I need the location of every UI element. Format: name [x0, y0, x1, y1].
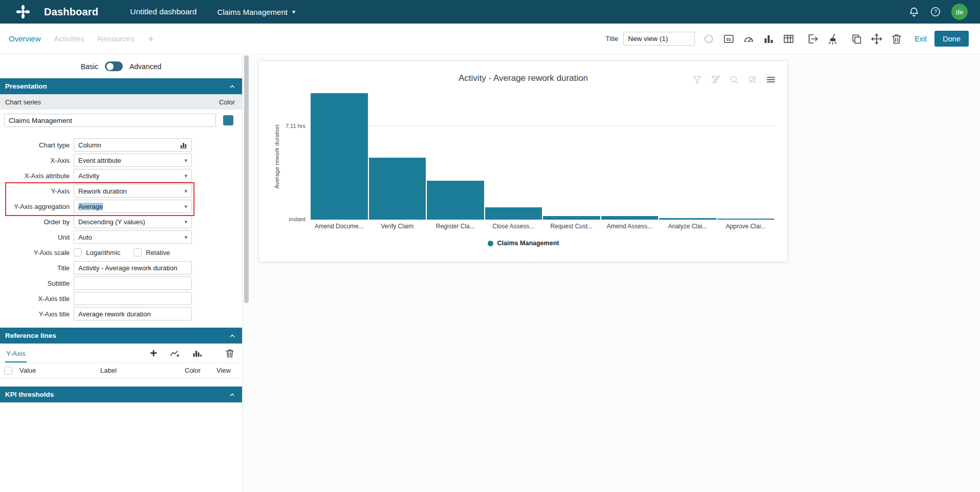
reference-tab-y-axis[interactable]: Y-Axis — [5, 345, 27, 362]
chevron-down-icon: ▾ — [184, 157, 187, 164]
basic-advanced-toggle[interactable] — [105, 61, 123, 71]
subtitle-label: Subtitle — [4, 280, 70, 287]
panel-scrollbar-track[interactable] — [242, 54, 250, 491]
add-percentile-line-icon[interactable] — [192, 348, 202, 358]
chevron-up-icon — [229, 391, 236, 398]
view-title-label: Title — [605, 35, 618, 42]
bar[interactable] — [543, 216, 600, 220]
bar-column — [369, 93, 426, 220]
bar[interactable] — [717, 219, 775, 220]
relative-checkbox[interactable] — [134, 248, 142, 256]
chart-series-header-row: Chart series Color — [0, 94, 242, 110]
top-navigation-bar: Dashboard Untitled dashboard Claims Mana… — [0, 0, 980, 24]
help-icon[interactable]: ? — [930, 6, 941, 17]
x-axis-label: Close Assess... — [485, 223, 542, 230]
clear-view-broom-icon[interactable] — [826, 33, 839, 45]
bar[interactable] — [369, 158, 426, 220]
bar-column — [311, 93, 368, 220]
done-button[interactable]: Done — [934, 31, 969, 47]
move-view-icon[interactable] — [870, 33, 883, 45]
x-axis-select[interactable]: Event attribute ▾ — [74, 154, 192, 167]
tab-activities[interactable]: Activities — [53, 32, 85, 45]
select-all-checkbox[interactable] — [4, 367, 12, 375]
y-axis-title-input[interactable] — [74, 307, 192, 320]
x-axis-label: Request Cust... — [543, 223, 600, 230]
basic-mode-label: Basic — [81, 62, 98, 71]
chart-title-input[interactable] — [74, 261, 192, 274]
x-axis-attribute-label: X-Axis attribute — [4, 172, 70, 180]
bar-chart-widget-icon[interactable] — [763, 33, 775, 45]
dashboard-canvas: Activity - Average rework duration — [250, 54, 980, 491]
filter-icon[interactable] — [692, 74, 703, 85]
unit-select[interactable]: Auto ▾ — [74, 230, 192, 244]
view-title-input[interactable] — [623, 32, 695, 46]
logarithmic-checkbox[interactable] — [74, 248, 82, 256]
order-by-select[interactable]: Descending (Y values) ▾ — [74, 215, 192, 228]
kpi-number-widget-icon[interactable]: 01 — [723, 33, 735, 45]
notifications-bell-icon[interactable] — [908, 6, 920, 17]
series-color-swatch[interactable] — [223, 115, 233, 125]
x-axis-label: Amend Assess... — [601, 223, 659, 230]
bar[interactable] — [427, 181, 484, 220]
chart-plot-region: Average rework duration 7.11 hrs instant… — [311, 93, 774, 220]
y-axis-label: Y-Axis — [4, 187, 70, 195]
gauge-widget-icon[interactable] — [743, 33, 755, 45]
tab-overview[interactable]: Overview — [8, 32, 42, 45]
panel-scrollbar-thumb[interactable] — [244, 55, 249, 303]
chart-type-select[interactable]: Column — [74, 138, 192, 152]
y-axis-aggregation-select[interactable]: Average ▾ — [74, 200, 192, 213]
bar[interactable] — [311, 93, 368, 220]
avatar[interactable]: de — [951, 4, 968, 20]
chart-legend[interactable]: Claims Management — [259, 240, 788, 247]
add-trend-line-icon[interactable] — [169, 348, 180, 358]
exit-link[interactable]: Exit — [914, 35, 927, 43]
table-widget-icon[interactable] — [782, 33, 795, 45]
x-axis-title-input[interactable] — [74, 292, 192, 305]
series-row — [0, 110, 242, 127]
y-axis-title-label: Y-Axis title — [4, 310, 70, 318]
chart-widget[interactable]: Activity - Average rework duration — [258, 60, 788, 262]
toggle-knob — [106, 63, 114, 70]
column-header-value: Value — [19, 367, 100, 374]
bar-column — [485, 93, 542, 220]
reset-zoom-icon[interactable] — [747, 74, 758, 85]
series-name-input[interactable] — [4, 114, 216, 127]
add-tab-button[interactable]: + — [147, 33, 154, 45]
x-axis-attribute-select[interactable]: Activity ▾ — [74, 169, 192, 182]
view-toolbar: Overview Activities Resources + Title 01 — [0, 24, 980, 54]
data-model-selector[interactable]: Claims Management ▾ — [217, 8, 295, 16]
dashboard-name[interactable]: Untitled dashboard — [130, 7, 197, 16]
presentation-form: Chart type Column X-Axis Event attribute… — [0, 134, 242, 322]
bar[interactable] — [659, 218, 716, 220]
y-axis-select[interactable]: Rework duration ▾ — [74, 184, 192, 198]
chart-type-label: Chart type — [4, 141, 70, 149]
delete-reference-line-icon[interactable] — [225, 348, 235, 358]
radial-gauge-widget-icon[interactable] — [703, 33, 715, 45]
y-axis-title: Average rework duration — [273, 93, 281, 220]
y-tick-min: instant — [289, 216, 306, 222]
relative-label: Relative — [146, 249, 170, 256]
section-kpi-thresholds[interactable]: KPI thresholds — [0, 387, 242, 402]
chart-menu-icon[interactable] — [766, 74, 776, 85]
x-axis-label: Analyze Clai... — [659, 223, 716, 230]
reference-lines-tabbar: Y-Axis + — [0, 344, 242, 363]
chevron-down-icon: ▾ — [292, 8, 295, 15]
clear-filter-icon[interactable] — [710, 74, 721, 85]
section-presentation[interactable]: Presentation — [0, 78, 242, 94]
section-reference-lines[interactable]: Reference lines — [0, 328, 242, 344]
order-by-label: Order by — [4, 218, 70, 226]
advanced-mode-label: Advanced — [129, 62, 161, 71]
duplicate-view-icon[interactable] — [851, 33, 863, 45]
add-reference-line-icon[interactable]: + — [150, 348, 157, 358]
y-tick-max: 7.11 hrs — [286, 123, 306, 129]
tab-resources[interactable]: Resources — [97, 32, 136, 45]
bar[interactable] — [485, 207, 542, 220]
bar-column — [543, 93, 600, 220]
export-view-icon[interactable] — [807, 33, 819, 45]
delete-view-icon[interactable] — [890, 33, 903, 45]
app-logo-icon[interactable] — [15, 4, 31, 19]
zoom-icon[interactable] — [729, 74, 739, 85]
bar[interactable] — [601, 216, 659, 220]
section-presentation-label: Presentation — [5, 82, 47, 90]
subtitle-input[interactable] — [74, 276, 192, 290]
